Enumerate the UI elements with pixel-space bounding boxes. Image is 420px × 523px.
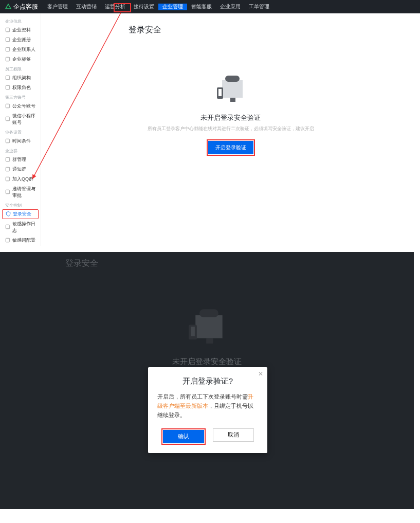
sidebar-item-label: 加入QQ群: [12, 176, 33, 183]
annotation-confirm-highlight: 确认: [161, 428, 206, 445]
svg-rect-9: [6, 157, 10, 161]
sidebar-item-label: 权限角色: [12, 84, 31, 91]
svg-rect-1: [6, 38, 10, 42]
group-icon: [5, 157, 10, 163]
sens-icon: [5, 238, 10, 244]
empty-state: 未开启登录安全验证 所有员工登录客户中心都能在线对其进行二次验证，必须填写安全验…: [148, 75, 314, 156]
svg-rect-12: [6, 190, 10, 194]
confirm-modal: ✕ 开启登录验证? 开启后，所有员工下次登录账号时需升级客户端至最新版本，且绑定…: [148, 367, 267, 453]
nav-4[interactable]: 企业管理: [158, 4, 187, 10]
sidebar-item-0-2[interactable]: 企业联系人: [0, 45, 41, 55]
top-nav: 企点客服 客户管理互动营销运营分析接待设置企业管理智能客服企业应用工单管理: [0, 0, 420, 13]
svg-rect-19: [225, 76, 240, 82]
bg-empty-state: 未开启登录安全验证: [172, 309, 242, 367]
card-icon: [5, 37, 10, 43]
svg-rect-3: [6, 57, 10, 61]
sidebar-item-label: 公众号账号: [12, 103, 35, 110]
nav-1[interactable]: 互动营销: [72, 4, 101, 9]
modal-buttons: 确认 取消: [155, 428, 260, 445]
sidebar-header: 安全控制: [0, 201, 41, 209]
modal-title: 开启登录验证?: [155, 376, 260, 386]
modal-cancel-button[interactable]: 取消: [213, 428, 254, 442]
sidebar-item-1-1[interactable]: 权限角色: [0, 83, 41, 93]
sidebar-item-5-0[interactable]: 登录安全: [2, 209, 39, 219]
plugin-icon: [5, 224, 10, 230]
sidebar-item-5-3[interactable]: 外部联系管理: [0, 245, 41, 246]
nav-7[interactable]: 工单管理: [245, 4, 273, 9]
sidebar-item-1-0[interactable]: 组织架构: [0, 73, 41, 83]
broadcast-icon: [5, 167, 10, 173]
svg-rect-0: [6, 28, 10, 32]
svg-rect-6: [6, 104, 10, 108]
sidebar-header: 企业群: [0, 146, 41, 155]
sidebar-item-0-0[interactable]: 企业资料: [0, 25, 41, 35]
wechat-icon: [5, 103, 10, 110]
shield-icon: [6, 211, 11, 218]
role-icon: [5, 85, 10, 91]
sidebar-item-label: 敏感操作日志: [12, 221, 35, 234]
sidebar-item-0-3[interactable]: 企业标签: [0, 55, 41, 64]
sidebar-item-4-1[interactable]: 通知群: [0, 165, 41, 174]
sidebar-header: 员工权限: [0, 64, 41, 73]
sidebar-item-4-3[interactable]: 邀请管理与审批: [0, 184, 41, 201]
svg-rect-13: [6, 225, 10, 229]
sidebar-item-label: 企业资料: [12, 27, 31, 33]
svg-rect-8: [6, 139, 10, 143]
svg-rect-27: [191, 327, 195, 336]
enable-login-verify-button[interactable]: 开启登录验证: [208, 141, 253, 154]
nav-5[interactable]: 智能客服: [187, 4, 216, 9]
sidebar-item-3-0[interactable]: 时间条件: [0, 136, 41, 146]
sidebar-item-label: 微信小程序账号: [12, 113, 35, 126]
sidebar-item-label: 企业账册: [12, 37, 31, 43]
svg-rect-25: [199, 309, 218, 317]
svg-rect-5: [6, 85, 10, 89]
svg-rect-11: [6, 177, 10, 181]
bg-page-title: 登录安全: [65, 258, 98, 269]
sidebar-item-0-1[interactable]: 企业账册: [0, 35, 41, 45]
sidebar-item-2-1[interactable]: 微信小程序账号: [0, 111, 41, 128]
sidebar-item-label: 时间条件: [12, 138, 31, 145]
hero-subtitle: 所有员工登录客户中心都能在线对其进行二次验证，必须填写安全验证，建议开启: [148, 125, 314, 132]
main-panel: 登录安全 未开启登录安全验证 所有员工登录客户中心都能在线对其进行二次验证，必须…: [41, 13, 420, 246]
svg-rect-2: [6, 47, 10, 51]
doc-icon: [5, 27, 10, 33]
sidebar-header: 业务设置: [0, 128, 41, 136]
user-icon: [5, 47, 10, 53]
svg-rect-22: [230, 98, 235, 102]
sidebar-item-5-1[interactable]: 敏感操作日志: [0, 219, 41, 236]
sidebar-item-label: 群管理: [12, 156, 26, 163]
sidebar-item-4-0[interactable]: 群管理: [0, 155, 41, 165]
nav-3[interactable]: 接待设置: [130, 4, 158, 9]
svg-rect-18: [222, 80, 243, 98]
sidebar-item-2-0[interactable]: 公众号账号: [0, 101, 41, 111]
brand-text: 企点客服: [13, 3, 38, 11]
hero-title: 未开启登录安全验证: [148, 113, 314, 122]
clock-icon: [5, 138, 10, 145]
sidebar-item-label: 通知群: [12, 166, 26, 173]
svg-rect-4: [6, 76, 10, 80]
badge-icon: [5, 57, 10, 63]
sidebar-item-4-2[interactable]: 加入QQ群: [0, 174, 41, 184]
svg-rect-21: [218, 89, 222, 96]
nav-6[interactable]: 企业应用: [216, 4, 245, 9]
sidebar: 企业信息企业资料企业账册企业联系人企业标签员工权限组织架构权限角色第三方账号公众…: [0, 13, 41, 246]
modal-body-pre: 开启后，所有员工下次登录账号时需: [157, 393, 248, 400]
bg-hero-title: 未开启登录安全验证: [172, 357, 242, 367]
sidebar-item-5-2[interactable]: 敏感词配置: [0, 236, 41, 245]
page-title: 登录安全: [41, 13, 420, 35]
modal-close-icon[interactable]: ✕: [258, 370, 263, 377]
nav-2[interactable]: 运营分析: [101, 4, 130, 9]
svg-rect-28: [206, 338, 213, 344]
sidebar-header: 企业信息: [0, 16, 41, 25]
svg-rect-10: [6, 167, 10, 171]
nav-0[interactable]: 客户管理: [43, 4, 72, 9]
sidebar-item-label: 企业联系人: [12, 46, 35, 53]
sidebar-header: 第三方账号: [0, 93, 41, 101]
svg-rect-24: [195, 315, 222, 338]
qq-icon: [5, 176, 10, 183]
bg-monitor-lock-icon: [184, 309, 230, 348]
svg-rect-14: [6, 238, 10, 242]
audit-icon: [5, 189, 10, 195]
modal-confirm-button[interactable]: 确认: [163, 430, 204, 443]
brand-logo: 企点客服: [0, 3, 43, 11]
